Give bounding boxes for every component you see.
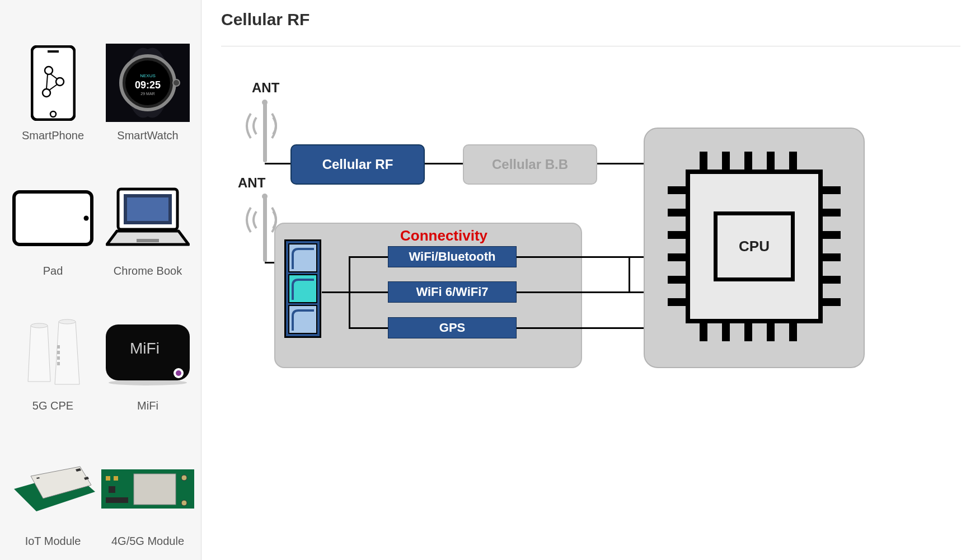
sidebar-item-pad[interactable]: Pad	[6, 148, 100, 277]
svg-text:09:25: 09:25	[135, 79, 161, 91]
svg-rect-26	[57, 356, 60, 360]
divider	[221, 46, 960, 46]
cpe-icon	[6, 313, 100, 394]
block-diagram: ANT Cellular RF Cellular B.B ANT	[221, 80, 960, 528]
iot-module-icon	[6, 448, 100, 529]
svg-rect-35	[106, 476, 110, 481]
sidebar-item-label: 4G/5G Module	[111, 535, 184, 548]
svg-rect-38	[109, 486, 115, 493]
svg-point-31	[176, 370, 181, 376]
block-cellular-rf: Cellular RF	[290, 144, 425, 185]
main-panel: Cellular RF ANT Cellular RF Cellular	[201, 0, 980, 560]
svg-rect-24	[57, 345, 60, 349]
sidebar-item-smartwatch[interactable]: NEXUS 09:25 29 MAR SmartWatch	[100, 12, 195, 142]
conn-item-wifi-bt: WiFi/Bluetooth	[388, 246, 517, 267]
svg-point-42	[262, 100, 268, 105]
smartphone-icon	[6, 43, 100, 124]
svg-point-15	[173, 79, 180, 86]
svg-point-23	[59, 319, 76, 324]
conn-item-wifi67: WiFi 6/WiFi7	[388, 281, 517, 303]
sidebar-item-label: MiFi	[137, 399, 158, 412]
sidebar: SmartPhone NEXUS 09:25 29 MAR SmartWatch	[0, 0, 201, 560]
svg-rect-41	[263, 101, 267, 162]
svg-rect-16	[14, 192, 92, 244]
sidebar-item-label: Chrome Book	[114, 265, 182, 277]
4g5g-module-icon	[100, 448, 195, 529]
svg-rect-20	[127, 197, 168, 221]
cpu-chip-inner: CPU	[714, 211, 795, 281]
wire	[322, 291, 350, 293]
wire	[517, 327, 645, 329]
block-label: Cellular B.B	[492, 157, 568, 172]
antenna-icon	[241, 98, 280, 165]
svg-point-40	[181, 500, 187, 506]
sidebar-item-4g5gmodule[interactable]: 4G/5G Module	[100, 418, 195, 548]
wire	[265, 163, 293, 164]
ant1-label: ANT	[252, 80, 279, 96]
connectivity-title: Connectivity	[400, 227, 487, 244]
sidebar-item-iotmodule[interactable]: IoT Module	[6, 418, 100, 548]
wire	[629, 256, 630, 293]
wire	[425, 163, 464, 164]
svg-text:NEXUS: NEXUS	[140, 73, 156, 78]
svg-text:MiFi: MiFi	[130, 340, 160, 357]
sidebar-item-label: 5G CPE	[32, 399, 73, 412]
sidebar-item-smartphone[interactable]: SmartPhone	[6, 12, 100, 142]
tablet-icon	[6, 178, 100, 259]
smartwatch-icon: NEXUS 09:25 29 MAR	[100, 43, 195, 124]
svg-rect-25	[57, 351, 60, 354]
conn-item-label: WiFi/Bluetooth	[409, 250, 496, 264]
wire	[349, 256, 389, 258]
svg-rect-37	[106, 497, 128, 503]
mifi-icon: MiFi	[100, 313, 195, 394]
sidebar-item-5gcpe[interactable]: 5G CPE	[6, 283, 100, 413]
svg-rect-0	[32, 46, 74, 120]
conn-item-label: WiFi 6/WiFi7	[416, 285, 488, 299]
svg-text:29 MAR: 29 MAR	[140, 92, 154, 96]
cpu-label: CPU	[739, 238, 770, 255]
sidebar-item-label: SmartWatch	[117, 129, 178, 142]
svg-rect-27	[57, 362, 60, 365]
sidebar-item-label: Pad	[43, 265, 63, 277]
sidebar-item-label: IoT Module	[25, 535, 81, 548]
wire	[597, 163, 645, 164]
wire	[629, 291, 645, 293]
sidebar-item-chromebook[interactable]: Chrome Book	[100, 148, 195, 277]
svg-point-32	[109, 380, 187, 385]
sidebar-item-mifi[interactable]: MiFi MiFi	[100, 283, 195, 413]
svg-rect-43	[263, 195, 267, 262]
block-label: Cellular RF	[322, 157, 393, 172]
page-title: Cellular RF	[221, 10, 960, 29]
sidebar-item-label: SmartPhone	[22, 129, 84, 142]
svg-point-44	[262, 194, 268, 199]
block-cellular-bb: Cellular B.B	[463, 144, 597, 185]
svg-rect-21	[137, 239, 159, 242]
wire	[349, 291, 389, 293]
svg-rect-36	[114, 476, 118, 481]
wire	[517, 256, 645, 258]
svg-point-22	[31, 323, 48, 328]
svg-point-17	[84, 216, 89, 221]
svg-rect-34	[134, 474, 176, 505]
filter-stack-icon	[284, 239, 321, 338]
wire	[517, 291, 629, 293]
wire	[349, 327, 389, 329]
ant2-label: ANT	[238, 175, 265, 191]
conn-item-gps: GPS	[388, 317, 517, 338]
svg-point-39	[181, 475, 187, 481]
laptop-icon	[100, 178, 195, 259]
conn-item-label: GPS	[439, 321, 465, 335]
svg-rect-1	[48, 50, 59, 53]
